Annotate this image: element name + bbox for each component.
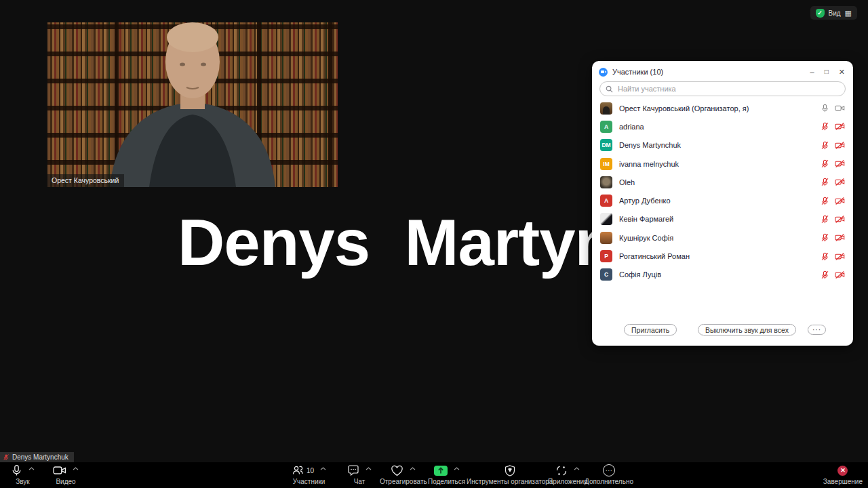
more-button[interactable]: ··· Дополнительно	[585, 464, 633, 485]
mic-muted-icon	[821, 233, 829, 242]
chat-button[interactable]: Чат	[347, 464, 372, 485]
audio-button[interactable]: Звук	[11, 464, 35, 485]
apps-icon	[555, 465, 568, 476]
participant-row[interactable]: Р Рогатинський Роман	[592, 247, 853, 265]
camera-off-icon	[835, 178, 845, 186]
react-label: Отреагировать	[380, 478, 427, 485]
participant-row[interactable]: A adriana	[592, 117, 853, 136]
more-label: Дополнительно	[585, 478, 633, 485]
chevron-up-icon[interactable]	[73, 467, 79, 470]
mic-muted-icon	[821, 215, 829, 224]
share-label: Поделиться	[428, 478, 465, 485]
chevron-up-icon[interactable]	[454, 467, 460, 470]
chevron-up-icon[interactable]	[28, 467, 35, 470]
participant-avatar: A	[600, 121, 612, 133]
participant-row[interactable]: A Артур Дубенко	[592, 191, 853, 209]
mic-muted-icon	[821, 270, 829, 279]
video-button[interactable]: Видео	[53, 464, 79, 485]
participant-search[interactable]	[599, 81, 846, 96]
invite-button[interactable]: Пригласить	[624, 324, 677, 336]
person-silhouette	[47, 22, 338, 187]
panel-more-button[interactable]: ···	[808, 325, 826, 335]
mute-all-button[interactable]: Выключить звук для всех	[698, 324, 796, 336]
end-label: Завершение	[823, 478, 863, 485]
participant-avatar	[600, 176, 612, 188]
muted-mic-icon	[3, 453, 9, 461]
audio-label: Звук	[16, 478, 30, 485]
participant-name: Софія Луців	[619, 270, 661, 279]
participant-avatar: A	[600, 195, 612, 207]
camera-on-icon	[835, 104, 845, 113]
meeting-toolbar: Звук Видео 10 Участники	[0, 462, 868, 488]
participant-avatar: DM	[600, 139, 612, 151]
grid-view-icon: ▦	[845, 9, 852, 17]
participant-avatar	[600, 232, 612, 244]
participant-name: Кевін Фармагей	[619, 215, 673, 223]
shield-icon	[505, 465, 515, 476]
camera-icon	[53, 465, 66, 476]
close-icon[interactable]: ✕	[839, 68, 845, 76]
share-button[interactable]: Поделиться	[428, 464, 465, 485]
participant-row[interactable]: Кушнірук Софія	[592, 228, 853, 247]
apps-button[interactable]: Приложения	[548, 464, 588, 485]
active-speaker-tag: Denys Martynchuk	[0, 452, 74, 462]
participant-row[interactable]: С Софія Луців	[592, 266, 853, 284]
view-button-label[interactable]: Вид	[829, 9, 841, 17]
camera-off-icon	[835, 197, 845, 205]
security-shield-icon: ✓	[816, 9, 825, 18]
chevron-up-icon[interactable]	[320, 467, 326, 470]
search-icon	[606, 85, 613, 93]
ellipsis-icon: ···	[603, 464, 615, 476]
participant-avatar: С	[600, 268, 612, 281]
mic-muted-icon	[821, 122, 829, 131]
mic-on-icon	[821, 104, 829, 113]
participant-row[interactable]: Oleh	[592, 173, 853, 191]
participant-row[interactable]: IM ivanna melnychuk	[592, 155, 853, 173]
video-tile[interactable]: Орест Качуровський	[47, 22, 338, 187]
participant-avatar: IM	[600, 158, 612, 170]
end-meeting-button[interactable]: ✕ Завершение	[823, 464, 863, 485]
mic-muted-icon	[821, 178, 829, 186]
share-screen-icon	[434, 466, 448, 476]
participants-count-badge: 10	[307, 467, 314, 474]
participant-avatar	[600, 102, 612, 115]
heart-icon	[391, 465, 403, 476]
participant-row[interactable]: Кевін Фармагей	[592, 210, 853, 228]
camera-off-icon	[835, 233, 845, 242]
participant-row[interactable]: Орест Качуровський (Организатор, я)	[592, 99, 853, 117]
participants-panel-title: Участники (10)	[612, 68, 663, 76]
participants-panel-footer: Пригласить Выключить звук для всех ···	[592, 324, 853, 338]
maximize-icon[interactable]: □	[825, 68, 829, 75]
participants-button[interactable]: 10 Участники	[292, 464, 326, 485]
participants-icon	[292, 465, 304, 476]
participant-name: adriana	[619, 123, 644, 131]
host-tools-button[interactable]: Инструменты организатора	[467, 464, 553, 485]
chevron-up-icon[interactable]	[410, 467, 416, 470]
participant-name: Орест Качуровський (Организатор, я)	[619, 104, 749, 113]
participant-row[interactable]: DM Denys Martynchuk	[592, 136, 853, 155]
end-call-icon: ✕	[837, 466, 848, 476]
apps-label: Приложения	[548, 478, 588, 485]
participants-panel-header: Участники (10) – □ ✕	[592, 61, 853, 79]
chat-icon	[347, 465, 359, 476]
mic-muted-icon	[821, 252, 829, 261]
participant-avatar: Р	[600, 250, 612, 262]
participant-name: Кушнірук Софія	[619, 234, 673, 242]
participants-panel: Участники (10) – □ ✕ Орест Качуровський …	[592, 61, 853, 346]
react-button[interactable]: Отреагировать	[380, 464, 427, 485]
chevron-up-icon[interactable]	[366, 467, 372, 470]
camera-off-icon	[835, 122, 845, 131]
host-tools-label: Инструменты организатора	[467, 478, 553, 485]
mic-muted-icon	[821, 141, 829, 150]
camera-off-icon	[835, 141, 845, 150]
chat-label: Чат	[354, 478, 366, 485]
participant-name: Артур Дубенко	[619, 197, 671, 205]
mic-icon	[11, 464, 22, 476]
minimize-icon[interactable]: –	[810, 68, 814, 76]
video-participant-name: Орест Качуровський	[47, 174, 124, 187]
view-controls[interactable]: ✓ Вид ▦	[810, 6, 858, 20]
search-input[interactable]	[616, 84, 840, 94]
chevron-up-icon[interactable]	[574, 467, 580, 470]
camera-off-icon	[835, 159, 845, 168]
participants-label: Участники	[293, 478, 326, 485]
